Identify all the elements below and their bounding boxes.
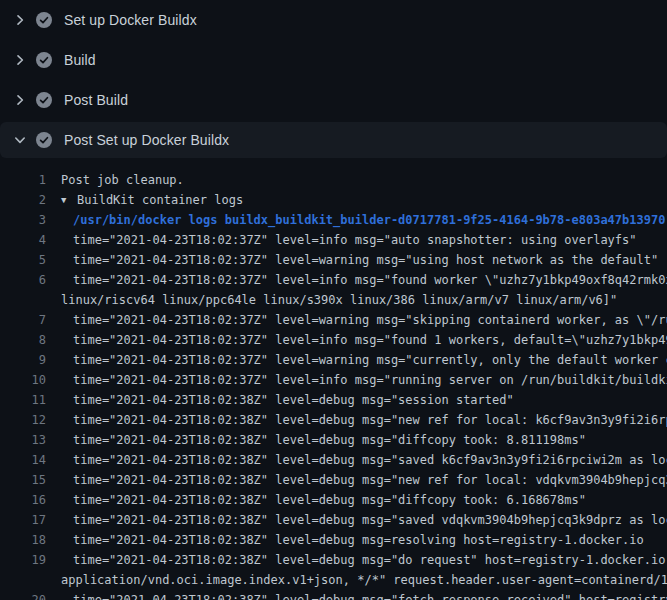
chevron-right-icon [12,52,28,68]
log-line-text: /usr/bin/docker logs buildx_buildkit_bui… [73,210,665,230]
group-collapse-icon[interactable]: ▼ [61,190,77,210]
check-circle-icon [36,12,52,28]
step-section-label: Set up Docker Buildx [64,12,197,28]
chevron-right-icon [12,92,28,108]
log-line-text: time="2021-04-23T18:02:37Z" level=warnin… [73,350,667,370]
log-row: 4 time="2021-04-23T18:02:37Z" level=info… [0,230,667,250]
log-line-number[interactable]: 13 [0,430,46,450]
check-circle-icon [36,92,52,108]
log-row: 6 time="2021-04-23T18:02:37Z" level=info… [0,270,667,290]
log-row: 20 time="2021-04-23T18:02:38Z" level=deb… [0,590,667,600]
step-section-label: Post Set up Docker Buildx [64,132,229,148]
log-line-text: application/vnd.oci.image.index.v1+json,… [61,570,667,590]
step-section-header[interactable]: Post Set up Docker Buildx [0,122,667,158]
log-line-text: time="2021-04-23T18:02:37Z" level=info m… [73,230,637,250]
log-line-number[interactable]: 4 [0,230,46,250]
log-line-number[interactable]: 11 [0,390,46,410]
log-line-number[interactable]: 19 [0,550,46,570]
actions-log-viewer: Set up Docker Buildx Build Post Build [0,0,667,600]
log-row: 16 time="2021-04-23T18:02:38Z" level=deb… [0,490,667,510]
log-row: 10 time="2021-04-23T18:02:37Z" level=inf… [0,370,667,390]
log-line-number[interactable]: 18 [0,530,46,550]
log-line-text: time="2021-04-23T18:02:37Z" level=warnin… [73,310,667,330]
log-line-number[interactable]: 16 [0,490,46,510]
log-row: 17 time="2021-04-23T18:02:38Z" level=deb… [0,510,667,530]
log-row: 19 time="2021-04-23T18:02:38Z" level=deb… [0,550,667,570]
log-row: 14 time="2021-04-23T18:02:38Z" level=deb… [0,450,667,470]
log-row: 7 time="2021-04-23T18:02:37Z" level=warn… [0,310,667,330]
log-line-number[interactable]: 12 [0,410,46,430]
log-line-number[interactable]: 3 [0,210,46,230]
log-line-text: time="2021-04-23T18:02:38Z" level=debug … [73,410,667,430]
log-line-text: time="2021-04-23T18:02:37Z" level=info m… [73,330,667,350]
step-section-label: Post Build [64,92,128,108]
log-line-number[interactable] [0,290,46,310]
log-line-text: time="2021-04-23T18:02:38Z" level=debug … [73,530,644,550]
step-section-header[interactable]: Set up Docker Buildx [0,0,667,40]
log-line-text: time="2021-04-23T18:02:38Z" level=debug … [73,450,667,470]
log-row: 13 time="2021-04-23T18:02:38Z" level=deb… [0,430,667,450]
log-row: 11 time="2021-04-23T18:02:38Z" level=deb… [0,390,667,410]
log-line-text: time="2021-04-23T18:02:38Z" level=debug … [73,510,667,530]
log-row: 12 time="2021-04-23T18:02:38Z" level=deb… [0,410,667,430]
log-row: 1 Post job cleanup. [0,170,667,190]
log-line-number[interactable]: 14 [0,450,46,470]
step-section-header[interactable]: Post Build [0,80,667,120]
log-line-number[interactable]: 8 [0,330,46,350]
log-row: application/vnd.oci.image.index.v1+json,… [0,570,667,590]
log-line-number[interactable]: 2 [0,190,46,210]
log-line-number[interactable]: 9 [0,350,46,370]
chevron-right-icon [12,12,28,28]
log-line-text: linux/riscv64 linux/ppc64le linux/s390x … [61,290,617,310]
step-sections-list: Set up Docker Buildx Build Post Build [0,0,667,158]
step-section-label: Build [64,52,96,68]
log-line-number[interactable]: 1 [0,170,46,190]
log-row: 2 ▼ BuildKit container logs [0,190,667,210]
log-line-number[interactable]: 6 [0,270,46,290]
log-line-text: time="2021-04-23T18:02:38Z" level=debug … [73,550,667,570]
log-line-text: time="2021-04-23T18:02:37Z" level=info m… [73,370,667,390]
check-circle-icon [36,52,52,68]
log-line-text: time="2021-04-23T18:02:37Z" level=warnin… [73,250,658,270]
log-row: 5 time="2021-04-23T18:02:37Z" level=warn… [0,250,667,270]
log-line-text: time="2021-04-23T18:02:38Z" level=debug … [73,430,586,450]
log-line-text: time="2021-04-23T18:02:38Z" level=debug … [73,590,667,600]
log-line-number[interactable]: 17 [0,510,46,530]
log-row: 8 time="2021-04-23T18:02:37Z" level=info… [0,330,667,350]
log-row: 18 time="2021-04-23T18:02:38Z" level=deb… [0,530,667,550]
log-line-number[interactable]: 7 [0,310,46,330]
step-section-header[interactable]: Build [0,40,667,80]
log-line-text: time="2021-04-23T18:02:38Z" level=debug … [73,390,514,410]
log-line-number[interactable]: 5 [0,250,46,270]
log-line-number[interactable]: 20 [0,590,46,600]
log-line-text: BuildKit container logs [77,190,243,210]
log-line-number[interactable] [0,570,46,590]
log-output-area: 1 Post job cleanup. 2 ▼ BuildKit contain… [0,160,667,600]
log-line-text: time="2021-04-23T18:02:37Z" level=info m… [73,270,667,290]
log-line-number[interactable]: 15 [0,470,46,490]
log-row: 15 time="2021-04-23T18:02:38Z" level=deb… [0,470,667,490]
log-row: linux/riscv64 linux/ppc64le linux/s390x … [0,290,667,310]
log-line-text: Post job cleanup. [61,170,184,190]
log-line-text: time="2021-04-23T18:02:38Z" level=debug … [73,470,667,490]
chevron-down-icon [12,132,28,148]
check-circle-icon [36,132,52,148]
log-row: 9 time="2021-04-23T18:02:37Z" level=warn… [0,350,667,370]
log-line-number[interactable]: 10 [0,370,46,390]
log-line-text: time="2021-04-23T18:02:38Z" level=debug … [73,490,586,510]
log-row: 3 /usr/bin/docker logs buildx_buildkit_b… [0,210,667,230]
